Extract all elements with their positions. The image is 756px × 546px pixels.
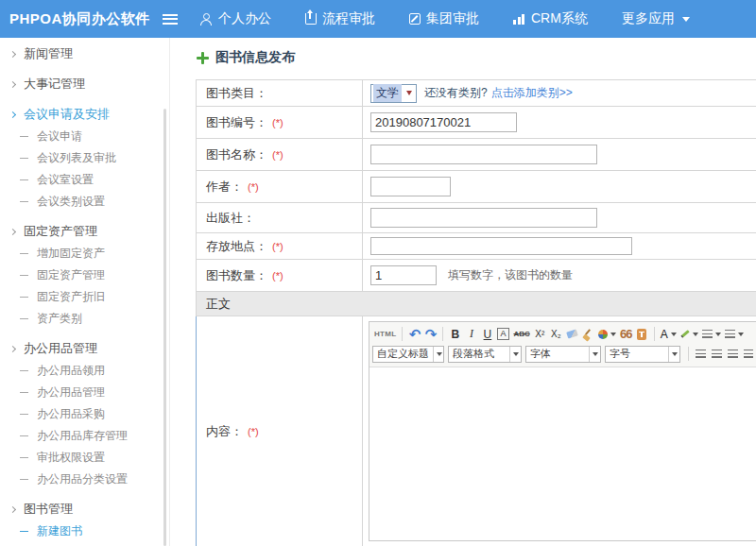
sidebar-item-label: 审批权限设置 [37,450,105,466]
custom-title-select[interactable]: 自定义标题 [372,346,444,363]
font-family-select[interactable]: 字体 [525,346,601,363]
paste-plain-button[interactable] [634,326,650,343]
ordered-list-button[interactable] [700,326,723,343]
sidebar-group-news: 新闻管理 [0,43,169,65]
location-input[interactable] [370,237,632,255]
menu-label: 个人办公 [218,10,271,27]
sidebar-item-assets-mgmt[interactable]: 固定资产管理 [0,220,169,243]
eraser-button[interactable] [564,326,580,343]
field-label: 图书数量： (*) [197,260,363,291]
caret-down-icon [682,17,690,22]
italic-button[interactable]: I [463,326,479,343]
ordered-list-icon [702,330,713,338]
highlight-pen-button[interactable] [679,326,700,343]
sidebar-item-events-mgmt[interactable]: 大事记管理 [0,73,169,95]
main-content: 图书信息发布 图书类目： 文学 还没有类别? 点击添加类别>> 图书 [170,38,756,546]
strikethrough-button[interactable]: ABC [511,326,531,343]
dash-icon [20,275,28,276]
sidebar-item-asset-category[interactable]: 资产类别 [0,308,169,330]
sidebar-item-label: 会议申请 [37,128,82,145]
unordered-list-button[interactable] [723,326,746,343]
sidebar-item-label: 会议类别设置 [37,194,105,210]
superscript-button[interactable]: X² [532,326,548,343]
dash-icon [20,392,28,393]
book-name-input[interactable] [370,145,597,164]
sidebar-item-book-new[interactable]: 新建图书 [0,520,169,542]
sidebar-item-label: 增加固定资产 [37,246,105,262]
format-brush-button[interactable] [580,326,596,343]
align-left-button[interactable] [693,346,709,363]
sidebar-item-supplies-purchase[interactable]: 办公用品采购 [0,403,169,425]
sidebar-item-approval-permission[interactable]: 审批权限设置 [0,447,169,469]
add-category-link[interactable]: 点击添加类别>> [491,85,573,101]
undo-button[interactable]: ↶ [406,326,422,343]
select-caret [589,347,598,362]
app-window: PHPOA协同办公软件 个人办公 流程审批 集团审批 CRM系统 更多应用 [0,0,756,546]
align-right-button[interactable] [725,346,741,363]
compose-icon [409,13,421,25]
form-row-author: 作者： (*) [196,171,756,203]
hamburger-menu-icon[interactable] [163,14,178,25]
align-center-button[interactable] [709,346,725,363]
sidebar-item-news-mgmt[interactable]: 新闻管理 [0,43,169,65]
bar-chart-icon [513,13,525,25]
bold-button[interactable]: B [447,326,463,343]
paragraph-format-select[interactable]: 段落格式 [448,346,522,363]
menu-item-personal-office[interactable]: 个人办公 [200,10,271,27]
publisher-input[interactable] [370,208,597,228]
label-text: 图书数量： [206,267,267,284]
sidebar-item-supplies-inventory[interactable]: 办公用品库存管理 [0,425,169,447]
dash-icon [20,414,28,415]
book-no-input[interactable] [370,112,517,132]
sidebar-item-meeting-category[interactable]: 会议类别设置 [0,191,169,213]
html-source-button[interactable]: HTML [372,326,398,343]
quantity-input[interactable] [370,265,437,285]
blockquote-button[interactable]: 66 [618,326,634,343]
category-select[interactable]: 文学 [370,84,417,103]
sidebar-item-meeting-apply[interactable]: 会议申请 [0,126,169,147]
form-row-book-name: 图书名称： (*) [196,139,756,171]
author-input[interactable] [370,177,451,196]
sidebar-item-book-mgmt[interactable]: 图书管理 [0,498,169,520]
sidebar-item-supplies-claim[interactable]: 办公用品领用 [0,360,169,382]
align-justify-button[interactable] [741,346,753,363]
sidebar-item-asset-manage[interactable]: 固定资产管理 [0,264,169,286]
field-label: 出版社： [197,203,363,232]
redo-button[interactable]: ↷ [422,326,438,343]
font-color-button[interactable]: A [659,326,679,343]
sidebar-item-label: 会议申请及安排 [24,106,110,123]
sidebar-item-label: 办公用品管理 [37,384,105,401]
autotypeset-button[interactable]: A [495,326,511,343]
menu-label: CRM系统 [531,10,588,27]
menu-item-more-apps[interactable]: 更多应用 [622,10,690,27]
sidebar-item-meeting-mgmt[interactable]: 会议申请及安排 [0,103,169,126]
select-label: 字号 [610,347,630,361]
sidebar-item-book-manage[interactable]: 图书管理 [0,542,169,546]
font-color-glyph: A [661,328,668,341]
sidebar-item-label: 固定资产管理 [24,223,97,240]
menu-item-group-approval[interactable]: 集团审批 [409,10,479,27]
editor-content-area[interactable] [369,367,756,540]
sidebar-item-supplies-mgmt[interactable]: 办公用品管理 [0,337,169,360]
field-label: 作者： (*) [197,171,363,202]
sidebar-item-meeting-list[interactable]: 会议列表及审批 [0,147,169,169]
required-mark: (*) [272,117,284,128]
menu-item-crm[interactable]: CRM系统 [513,10,588,27]
underline-button[interactable]: U [479,326,495,343]
dash-icon [20,435,28,436]
sidebar-item-supplies-category[interactable]: 办公用品分类设置 [0,469,169,490]
background-color-button[interactable] [596,326,618,343]
subscript-button[interactable]: X₂ [548,326,564,343]
font-size-select[interactable]: 字号 [605,346,680,363]
body-section-title: 正文 [206,296,231,313]
sidebar-item-asset-add[interactable]: 增加固定资产 [0,243,169,264]
chevron-right-icon [9,80,16,87]
sidebar-item-supplies-manage[interactable]: 办公用品管理 [0,382,169,403]
sidebar-scrollbar[interactable] [163,109,166,546]
field-value [363,203,756,232]
field-label: 内容： (*) [197,316,363,546]
toolbar-separator [402,327,403,341]
sidebar-item-asset-depreciation[interactable]: 固定资产折旧 [0,286,169,308]
menu-item-flow-approval[interactable]: 流程审批 [305,10,375,27]
sidebar-item-meeting-room[interactable]: 会议室设置 [0,169,169,191]
